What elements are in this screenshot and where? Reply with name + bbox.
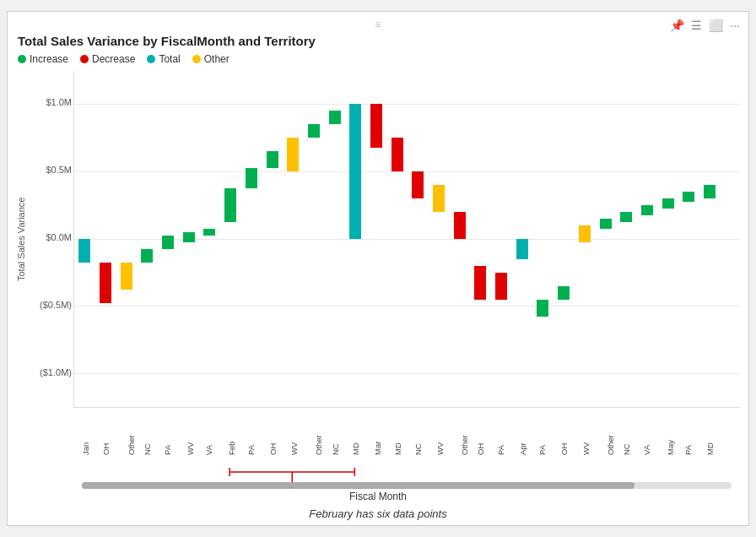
expand-icon[interactable]: ⬜ xyxy=(709,19,723,32)
pin-icon[interactable]: 📌 xyxy=(670,19,684,32)
bar[interactable] xyxy=(78,239,90,263)
x-axis-label: PA xyxy=(537,445,547,455)
x-axis-label: NC xyxy=(330,443,339,455)
x-axis-label: Other xyxy=(460,435,469,455)
bar[interactable] xyxy=(495,273,507,300)
chart-card: ≡ 📌 ☰ ⬜ ··· Total Sales Variance by Fisc… xyxy=(7,11,749,526)
legend: Increase Decrease Total Other xyxy=(16,53,740,65)
y-tick-0m: $0.0M xyxy=(46,232,72,242)
grid-line-zero xyxy=(74,239,740,240)
y-tick-1m: $1.0M xyxy=(46,97,72,107)
legend-label-decrease: Decrease xyxy=(92,53,135,65)
x-axis-label: Jan xyxy=(81,442,90,455)
grid-line-4 xyxy=(74,306,740,306)
y-axis-label: Total Sales Variance xyxy=(16,70,31,408)
scrollbar-thumb[interactable] xyxy=(82,482,634,489)
x-axis-label: MD xyxy=(393,442,402,455)
x-axis-label: Other xyxy=(127,435,136,455)
bar[interactable] xyxy=(537,300,548,317)
y-tick-05m: $0.5M xyxy=(46,165,72,175)
y-tick-neg05m: ($0.5M) xyxy=(40,300,72,310)
bar[interactable] xyxy=(141,249,153,263)
x-axis-label: WV xyxy=(435,442,445,455)
bar[interactable] xyxy=(370,104,382,148)
bar[interactable] xyxy=(162,236,174,249)
x-axis-label: Mar xyxy=(373,442,382,455)
bar[interactable] xyxy=(579,225,591,242)
grid-line-2 xyxy=(74,171,740,172)
bar[interactable] xyxy=(246,168,257,188)
bar[interactable] xyxy=(641,205,653,215)
bar[interactable] xyxy=(704,185,716,198)
bar[interactable] xyxy=(349,104,361,239)
x-axis-label: May xyxy=(666,440,675,455)
x-axis-label: WV xyxy=(289,442,299,455)
legend-label-increase: Increase xyxy=(30,53,68,65)
filter-icon[interactable]: ☰ xyxy=(691,19,702,32)
legend-other: Other xyxy=(192,53,230,65)
bar[interactable] xyxy=(224,188,236,222)
x-axis-label: NC xyxy=(622,443,631,455)
x-axis-label: Apr xyxy=(518,442,527,455)
more-icon[interactable]: ··· xyxy=(730,19,740,32)
bar[interactable] xyxy=(412,171,424,198)
x-axis-label: Other xyxy=(314,435,323,455)
drag-handle[interactable]: ≡ xyxy=(375,19,381,30)
chart-title: Total Sales Variance by FiscalMonth and … xyxy=(16,34,740,48)
scrollbar-area xyxy=(73,482,740,489)
bar[interactable] xyxy=(433,185,445,212)
bar[interactable] xyxy=(287,138,299,171)
grid-line-5 xyxy=(74,373,740,374)
bar[interactable] xyxy=(662,198,674,209)
x-axis-title: Fiscal Month xyxy=(16,491,740,502)
bracket-area xyxy=(73,455,740,480)
bar[interactable] xyxy=(683,192,694,202)
x-axis-label: WV xyxy=(581,442,591,455)
legend-decrease: Decrease xyxy=(80,53,135,65)
legend-label-other: Other xyxy=(204,53,230,65)
bar[interactable] xyxy=(454,212,466,239)
legend-increase: Increase xyxy=(18,53,68,65)
x-axis-label: PA xyxy=(496,445,505,455)
bar[interactable] xyxy=(308,124,320,138)
legend-label-total: Total xyxy=(159,53,180,65)
x-axis-label: OH xyxy=(477,443,486,455)
legend-dot-increase xyxy=(18,55,26,63)
bar[interactable] xyxy=(267,151,278,168)
legend-dot-total xyxy=(147,55,155,63)
x-axis-label: MD xyxy=(352,442,361,455)
x-axis-label: OH xyxy=(268,443,278,455)
x-axis-label: MD xyxy=(705,442,715,455)
x-axis-label: WV xyxy=(185,442,194,455)
legend-dot-decrease xyxy=(80,55,89,63)
bar[interactable] xyxy=(329,111,341,124)
toolbar: 📌 ☰ ⬜ ··· xyxy=(670,19,740,32)
bar[interactable] xyxy=(121,263,132,290)
x-axis-label: PA xyxy=(163,445,172,455)
x-axis-label: Feb xyxy=(227,442,236,455)
bar[interactable] xyxy=(183,232,195,242)
x-axis-label: PA xyxy=(246,445,256,455)
scrollbar-track xyxy=(82,482,732,489)
x-axis-label: VA xyxy=(204,445,213,455)
x-axis-label: OH xyxy=(101,443,111,455)
grid-line-1 xyxy=(74,104,740,105)
bar[interactable] xyxy=(600,219,612,229)
bar[interactable] xyxy=(620,212,632,222)
legend-dot-other xyxy=(192,55,201,63)
bracket-svg xyxy=(73,455,740,480)
bar[interactable] xyxy=(392,138,403,171)
x-axis-label: OH xyxy=(559,443,569,455)
bar[interactable] xyxy=(100,263,111,303)
bar[interactable] xyxy=(558,286,570,300)
annotation-area: February has six data points xyxy=(16,506,740,521)
legend-total: Total xyxy=(147,53,180,65)
y-tick-neg1m: ($1.0M) xyxy=(40,367,72,377)
x-axis-label: VA xyxy=(642,445,651,455)
x-axis-label: Other xyxy=(605,435,614,455)
bar[interactable] xyxy=(474,266,486,300)
bar[interactable] xyxy=(516,239,528,259)
x-axis-label: NC xyxy=(413,443,423,455)
bar[interactable] xyxy=(203,229,215,236)
annotation-text: February has six data points xyxy=(309,507,446,520)
